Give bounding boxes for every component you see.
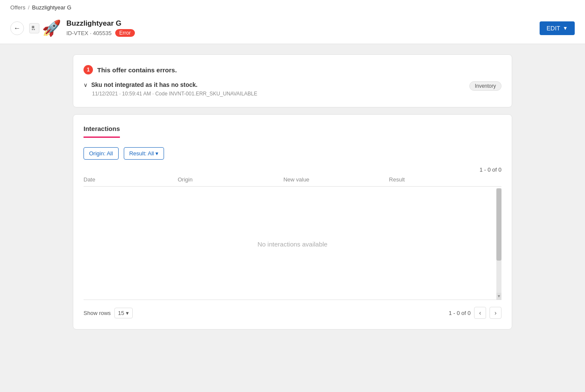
col-result: Result bbox=[389, 176, 495, 183]
table-header: Date Origin New value Result bbox=[84, 176, 501, 187]
edit-chevron: ▼ bbox=[563, 25, 568, 31]
back-button[interactable]: ← bbox=[10, 21, 24, 35]
result-filter-button[interactable]: Result: All ▾ bbox=[124, 147, 164, 160]
scroll-thumb-vertical bbox=[496, 188, 501, 261]
prev-page-button[interactable]: ‹ bbox=[474, 307, 486, 319]
error-card: 1 This offer contains errors. ∨ Sku not … bbox=[73, 54, 512, 107]
product-id: ID-VTEX · 405535 bbox=[66, 30, 112, 36]
breadcrumb-current: Buzzlightyear G bbox=[32, 4, 72, 11]
rows-chevron-icon: ▾ bbox=[126, 310, 129, 316]
filters-row: Origin: All Result: All ▾ bbox=[84, 147, 501, 160]
svg-rect-2 bbox=[34, 29, 35, 30]
edit-label: EDIT bbox=[546, 25, 560, 32]
show-rows-label: Show rows bbox=[84, 310, 111, 316]
breadcrumb-separator: / bbox=[28, 4, 30, 11]
next-page-button[interactable]: › bbox=[489, 307, 501, 319]
show-rows: Show rows 15 ▾ bbox=[84, 308, 133, 318]
inventory-tag[interactable]: Inventory bbox=[469, 81, 501, 91]
product-header: ← 🚀 Buzzlightyear G ID-VTEX · 405535 Err… bbox=[10, 14, 575, 44]
footer-row: Show rows 15 ▾ 1 - 0 of 0 ‹ › bbox=[84, 307, 501, 319]
breadcrumb: Offers / Buzzlightyear G bbox=[10, 0, 575, 14]
error-section: 1 This offer contains errors. ∨ Sku not … bbox=[84, 65, 501, 97]
col-scroll-placeholder bbox=[495, 176, 501, 183]
status-badge: Error bbox=[115, 29, 135, 37]
col-new-value: New value bbox=[284, 176, 389, 183]
edit-button[interactable]: EDIT ▼ bbox=[540, 21, 575, 35]
error-chevron-icon[interactable]: ∨ bbox=[84, 82, 88, 88]
error-detail: ∨ Sku not integrated as it has no stock.… bbox=[84, 81, 501, 97]
product-meta: ID-VTEX · 405535 Error bbox=[66, 29, 534, 37]
rows-select[interactable]: 15 ▾ bbox=[114, 308, 133, 318]
table-scroll-container[interactable]: No interactions available bbox=[84, 188, 501, 300]
error-message: Sku not integrated as it has no stock. bbox=[91, 81, 197, 88]
col-origin: Origin bbox=[178, 176, 284, 183]
error-meta: 11/12/2021 · 10:59:41 AM · Code INVNT-00… bbox=[84, 91, 257, 97]
main-content: 1 This offer contains errors. ∨ Sku not … bbox=[0, 44, 585, 340]
pagination-nav: 1 - 0 of 0 ‹ › bbox=[449, 307, 501, 319]
product-info: Buzzlightyear G ID-VTEX · 405535 Error bbox=[66, 19, 534, 37]
top-header: Offers / Buzzlightyear G ← 🚀 Buzzlightye… bbox=[0, 0, 585, 44]
error-count-badge: 1 bbox=[84, 65, 93, 74]
rows-value: 15 bbox=[118, 310, 124, 316]
vertical-scrollbar[interactable] bbox=[496, 188, 501, 300]
svg-rect-0 bbox=[32, 26, 34, 28]
scroll-down-arrow[interactable]: ▼ bbox=[496, 293, 501, 300]
result-chevron-icon: ▾ bbox=[155, 150, 158, 157]
table-area: Date Origin New value Result No interact… bbox=[84, 176, 501, 300]
product-name: Buzzlightyear G bbox=[66, 19, 534, 28]
col-date: Date bbox=[84, 176, 178, 183]
table-scroll-wrapper: No interactions available ▼ bbox=[84, 188, 501, 300]
product-thumbnail: 🚀 bbox=[42, 21, 61, 36]
product-badge-icon bbox=[29, 23, 39, 33]
pagination-bottom: 1 - 0 of 0 bbox=[449, 310, 471, 316]
origin-filter-button[interactable]: Origin: All bbox=[84, 147, 119, 160]
error-row: ∨ Sku not integrated as it has no stock. bbox=[84, 81, 257, 88]
error-header: 1 This offer contains errors. bbox=[84, 65, 501, 74]
pagination-top: 1 - 0 of 0 bbox=[84, 166, 501, 173]
error-title: This offer contains errors. bbox=[97, 66, 177, 74]
error-detail-left: ∨ Sku not integrated as it has no stock.… bbox=[84, 81, 257, 97]
interactions-card: Interactions Origin: All Result: All ▾ 1… bbox=[73, 114, 512, 330]
breadcrumb-parent[interactable]: Offers bbox=[10, 4, 25, 11]
result-filter-label: Result: All bbox=[129, 150, 154, 157]
interactions-tab: Interactions bbox=[84, 125, 501, 139]
svg-rect-1 bbox=[32, 29, 33, 30]
no-data-message: No interactions available bbox=[84, 188, 501, 300]
tab-interactions[interactable]: Interactions bbox=[84, 125, 120, 138]
